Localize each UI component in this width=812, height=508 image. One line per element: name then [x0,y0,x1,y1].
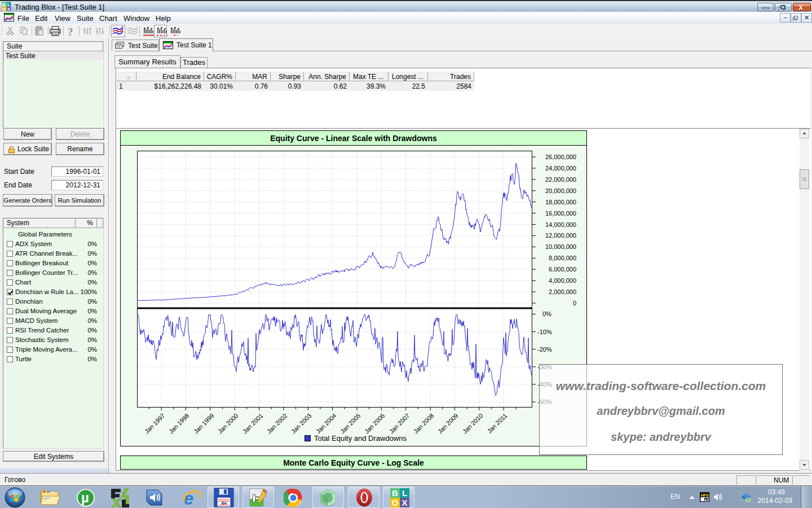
svg-text:L: L [402,488,407,498]
svg-text:O: O [392,498,399,507]
svg-text:X: X [401,498,407,507]
svg-text:?: ? [68,26,73,38]
svg-text:HFS: HFS [701,493,709,497]
svg-text:O: O [2,7,6,12]
svg-text:-64-: -64- [220,501,228,505]
svg-text:B: B [392,488,398,498]
svg-text:0: 0 [705,498,707,501]
svg-text:X: X [7,7,11,12]
svg-text:µ: µ [81,490,89,505]
